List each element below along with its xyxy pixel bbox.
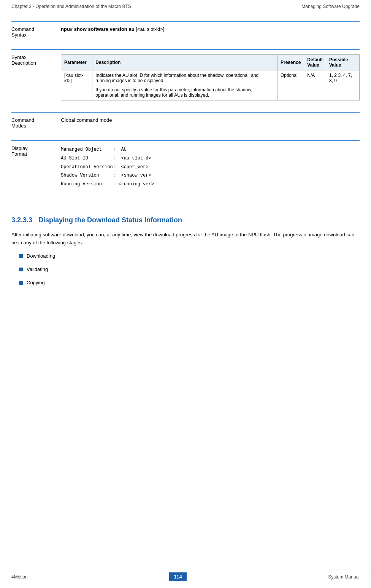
cell-description: Indicates the AU slot ID for which infor…: [92, 70, 277, 100]
page-content: CommandSyntax npu# show software version…: [0, 13, 371, 316]
bullet-text-2: Validating: [27, 266, 48, 272]
page-number: 114: [169, 572, 187, 581]
bullet-icon: [19, 268, 23, 271]
display-line-5: Running Version : <running_ver>: [61, 180, 360, 189]
command-modes-label: CommandModes: [11, 117, 61, 129]
display-line-4: Shadow Version : <shaow_ver>: [61, 171, 360, 180]
command-syntax-section: CommandSyntax npu# show software version…: [11, 21, 360, 42]
display-line-1: Mananged Object : AU: [61, 145, 360, 154]
cell-possible-value: 1, 2 3, 4, 7, 8, 9: [326, 70, 360, 100]
footer-left: 4Motion: [11, 574, 28, 580]
table-row: [<au slot-id>] Indicates the AU slot ID …: [61, 70, 360, 100]
section-title: Displaying the Download Status Informati…: [38, 216, 182, 224]
section-heading: 3.2.3.3 Displaying the Download Status I…: [11, 205, 360, 228]
list-item: Copying: [19, 280, 360, 285]
cell-presence: Optional: [277, 70, 304, 100]
command-syntax-content: npu# show software version au [<au slot-…: [61, 26, 360, 38]
bullet-icon: [19, 281, 23, 285]
display-format-section: DisplayFormat Mananged Object : AU AU Sl…: [11, 140, 360, 193]
bullet-text-1: Downloading: [27, 253, 55, 259]
bullet-text-3: Copying: [27, 280, 45, 285]
page-footer: 4Motion 114 System Manual: [0, 569, 371, 584]
bullet-icon: [19, 254, 23, 258]
col-header-default-value: DefaultValue: [304, 55, 326, 70]
display-line-2: AU Slot-ID : <au slot-d>: [61, 154, 360, 163]
header-left: Chapter 3 - Operation and Administration…: [11, 4, 131, 9]
display-format-label: DisplayFormat: [11, 145, 61, 189]
command-modes-content: Global command mode: [61, 117, 360, 129]
syntax-description-section: SyntaxDescription Parameter Description …: [11, 49, 360, 105]
col-header-description: Description: [92, 55, 277, 70]
command-syntax-text: npu# show software version au [<au slot-…: [61, 26, 164, 32]
section-body: After initiating software download, you …: [11, 231, 360, 247]
col-header-parameter: Parameter: [61, 55, 92, 70]
col-header-possible-value: Possible Value: [326, 55, 360, 70]
display-format-text: Mananged Object : AU AU Slot-ID : <au sl…: [61, 145, 360, 189]
cell-parameter: [<au slot-id>]: [61, 70, 92, 100]
header-right: Managing Software Upgrade: [301, 4, 360, 9]
footer-right: System Manual: [328, 574, 360, 580]
bullet-list: Downloading Validating Copying: [19, 253, 360, 285]
page-header: Chapter 3 - Operation and Administration…: [0, 0, 371, 13]
command-modes-section: CommandModes Global command mode: [11, 112, 360, 133]
syntax-description-content: Parameter Description Presence DefaultVa…: [61, 54, 360, 100]
syntax-table: Parameter Description Presence DefaultVa…: [61, 54, 360, 100]
display-line-3: Operational Version: <oper_ver>: [61, 163, 360, 172]
syntax-description-label: SyntaxDescription: [11, 54, 61, 100]
section-number: 3.2.3.3: [11, 216, 32, 224]
cell-default-value: N/A: [304, 70, 326, 100]
command-modes-text: Global command mode: [61, 117, 112, 123]
list-item: Validating: [19, 266, 360, 272]
command-syntax-label: CommandSyntax: [11, 26, 61, 38]
list-item: Downloading: [19, 253, 360, 259]
col-header-presence: Presence: [277, 55, 304, 70]
display-format-content: Mananged Object : AU AU Slot-ID : <au sl…: [61, 145, 360, 189]
